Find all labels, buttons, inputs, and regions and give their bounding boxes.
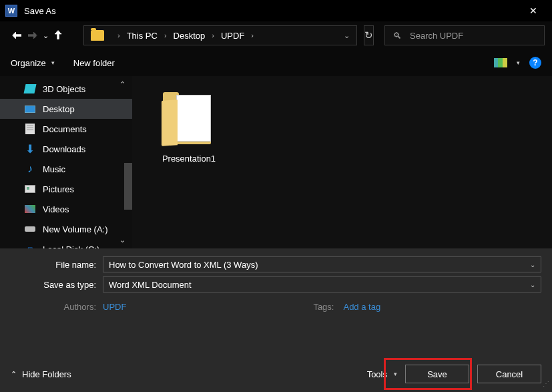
save-label: Save bbox=[427, 369, 447, 379]
new-folder-button[interactable]: New folder bbox=[73, 58, 115, 68]
sidebar-item-local-disk[interactable]: ⊞ Local Disk (C:) bbox=[0, 239, 132, 248]
cancel-label: Cancel bbox=[496, 369, 523, 379]
chevron-right-icon[interactable]: › bbox=[251, 31, 254, 39]
up-button[interactable]: 🠙 bbox=[53, 28, 65, 43]
scrollbar[interactable] bbox=[124, 163, 132, 210]
tools-menu[interactable]: Tools ▾ bbox=[367, 369, 397, 379]
address-bar[interactable]: › This PC › Desktop › UPDF › ⌄ bbox=[83, 25, 357, 45]
sidebar-item-videos[interactable]: Videos bbox=[0, 199, 132, 219]
sidebar-item-documents[interactable]: Documents bbox=[0, 119, 132, 139]
folder-icon bbox=[159, 89, 219, 150]
breadcrumb-updf[interactable]: UPDF bbox=[221, 31, 244, 41]
save-button[interactable]: Save bbox=[405, 365, 469, 383]
chevron-down-icon: ▾ bbox=[51, 59, 55, 66]
search-icon: 🔍︎ bbox=[393, 31, 402, 41]
organize-label: Organize bbox=[11, 58, 46, 68]
command-bar: Organize ▾ New folder ▾ ? bbox=[0, 49, 552, 76]
documents-icon bbox=[24, 123, 36, 135]
navigation-pane: ⌃ 3D Objects Desktop Documents ⬇ Downloa… bbox=[0, 76, 132, 248]
chevron-down-icon: ▾ bbox=[394, 371, 397, 377]
chevron-right-icon[interactable]: › bbox=[117, 31, 120, 39]
explorer-body: ⌃ 3D Objects Desktop Documents ⬇ Downloa… bbox=[0, 76, 552, 248]
music-icon: ♪ bbox=[24, 163, 36, 175]
chevron-right-icon[interactable]: › bbox=[212, 31, 214, 39]
sidebar-label: Music bbox=[43, 164, 65, 174]
save-type-value: Word XML Document bbox=[109, 280, 192, 290]
dialog-footer: ⌃ Hide Folders Tools ▾ Save Cancel bbox=[0, 356, 552, 392]
hide-folders-label: Hide Folders bbox=[22, 369, 71, 379]
sidebar-item-desktop[interactable]: Desktop bbox=[0, 99, 132, 119]
cube-icon bbox=[24, 83, 36, 95]
resize-grip[interactable]: ⋰ bbox=[543, 383, 551, 391]
chevron-up-icon: ⌃ bbox=[11, 370, 17, 379]
sidebar-item-music[interactable]: ♪ Music bbox=[0, 159, 132, 179]
tags-value[interactable]: Add a tag bbox=[343, 302, 380, 312]
refresh-button[interactable]: ↻ bbox=[364, 25, 374, 45]
cancel-button[interactable]: Cancel bbox=[477, 365, 541, 383]
sidebar-label: Local Disk (C:) bbox=[43, 244, 99, 249]
title-bar: W Save As ✕ bbox=[0, 0, 552, 21]
sidebar-item-downloads[interactable]: ⬇ Downloads bbox=[0, 139, 132, 159]
hide-folders-button[interactable]: ⌃ Hide Folders bbox=[11, 369, 71, 379]
address-dropdown[interactable]: ⌄ bbox=[344, 31, 350, 40]
search-input[interactable]: 🔍︎ Search UPDF bbox=[384, 25, 545, 45]
sidebar-label: Downloads bbox=[43, 144, 85, 154]
file-list[interactable]: Presentation1 bbox=[132, 76, 552, 248]
word-app-icon: W bbox=[5, 5, 17, 17]
search-placeholder: Search UPDF bbox=[410, 31, 463, 41]
sidebar-item-3d-objects[interactable]: 3D Objects bbox=[0, 79, 132, 99]
view-options-icon[interactable] bbox=[494, 58, 507, 67]
file-name-input[interactable]: How to Convert Word to XML (3 Ways) ⌄ bbox=[103, 256, 541, 272]
scroll-down-button[interactable]: ⌄ bbox=[119, 236, 125, 244]
scroll-up-button[interactable]: ⌃ bbox=[119, 80, 125, 89]
sidebar-item-pictures[interactable]: Pictures bbox=[0, 179, 132, 199]
back-button[interactable]: 🠘 bbox=[11, 28, 23, 43]
pictures-icon bbox=[24, 183, 36, 195]
sidebar-label: Pictures bbox=[43, 184, 74, 194]
navigation-bar: 🠘 🠚 ⌄ 🠙 › This PC › Desktop › UPDF › ⌄ ↻… bbox=[0, 21, 552, 49]
folder-name: Presentation1 bbox=[162, 154, 216, 164]
folder-icon bbox=[91, 30, 104, 41]
breadcrumb-desktop[interactable]: Desktop bbox=[174, 31, 206, 41]
authors-value[interactable]: UPDF bbox=[103, 302, 126, 312]
folder-item-presentation1[interactable]: Presentation1 bbox=[152, 89, 226, 164]
sidebar-label: Documents bbox=[43, 124, 87, 134]
sidebar-label: New Volume (A:) bbox=[43, 224, 108, 234]
recent-dropdown[interactable]: ⌄ bbox=[43, 28, 49, 43]
sidebar-item-new-volume[interactable]: New Volume (A:) bbox=[0, 219, 132, 239]
view-dropdown[interactable]: ▾ bbox=[517, 59, 520, 66]
tags-label: Tags: bbox=[313, 302, 334, 312]
chevron-down-icon[interactable]: ⌄ bbox=[530, 261, 535, 268]
chevron-right-icon[interactable]: › bbox=[164, 31, 167, 39]
help-icon[interactable]: ? bbox=[529, 57, 541, 69]
sidebar-label: 3D Objects bbox=[43, 84, 85, 94]
save-type-select[interactable]: Word XML Document ⌄ bbox=[103, 276, 541, 292]
drive-icon bbox=[24, 223, 36, 235]
sidebar-label: Videos bbox=[43, 204, 69, 214]
file-name-label: File name: bbox=[0, 260, 103, 270]
file-name-value: How to Convert Word to XML (3 Ways) bbox=[109, 260, 258, 270]
chevron-down-icon[interactable]: ⌄ bbox=[530, 281, 535, 288]
window-title: Save As bbox=[24, 6, 56, 16]
organize-menu[interactable]: Organize ▾ bbox=[11, 58, 55, 68]
videos-icon bbox=[24, 203, 36, 215]
tools-label: Tools bbox=[367, 369, 387, 379]
download-icon: ⬇ bbox=[24, 143, 36, 155]
forward-button[interactable]: 🠚 bbox=[27, 28, 39, 43]
desktop-icon bbox=[24, 103, 36, 115]
close-button[interactable]: ✕ bbox=[520, 1, 547, 20]
new-folder-label: New folder bbox=[73, 58, 115, 68]
windows-drive-icon: ⊞ bbox=[24, 243, 36, 248]
sidebar-label: Desktop bbox=[43, 104, 75, 114]
breadcrumb-root[interactable]: This PC bbox=[127, 31, 158, 41]
authors-label: Authors: bbox=[0, 302, 103, 312]
save-type-label: Save as type: bbox=[0, 280, 103, 290]
